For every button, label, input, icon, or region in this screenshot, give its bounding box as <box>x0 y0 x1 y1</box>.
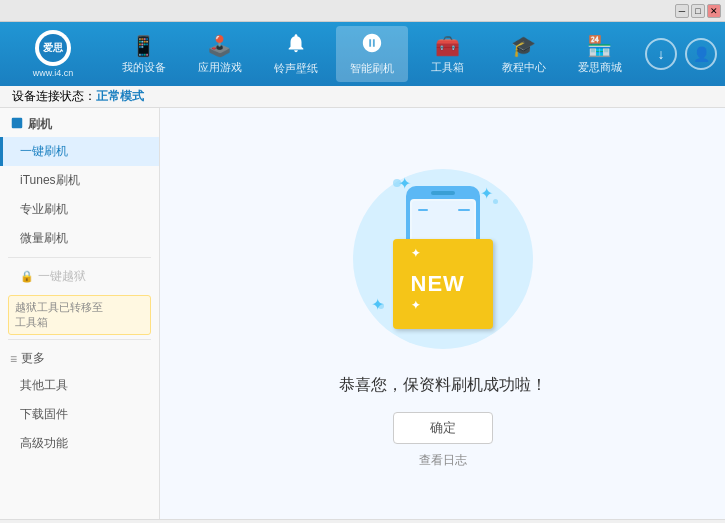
jailbreak-note-text: 越狱工具已转移至工具箱 <box>15 301 103 328</box>
confirm-btn[interactable]: 确定 <box>393 412 493 444</box>
store-icon: 🏪 <box>587 34 612 58</box>
svg-rect-6 <box>418 209 428 211</box>
jailbreak-note: 越狱工具已转移至工具箱 <box>8 295 151 335</box>
nav-smart-flash-label: 智能刷机 <box>350 61 394 76</box>
sidebar-itunes-flash[interactable]: iTunes刷机 <box>0 166 159 195</box>
nav-store[interactable]: 🏪 爱思商城 <box>564 26 636 82</box>
confirm-btn-label: 确定 <box>430 419 456 437</box>
jailbreak-label: 一键越狱 <box>38 268 86 285</box>
success-title: 恭喜您，保资料刷机成功啦！ <box>339 375 547 396</box>
sidebar-jailbreak-disabled: 🔒 一键越狱 <box>0 262 159 291</box>
svg-rect-7 <box>458 209 470 211</box>
lock-icon: 🔒 <box>20 270 34 283</box>
nav-tools-label: 工具箱 <box>431 60 464 75</box>
title-bar: ─ □ ✕ <box>0 0 725 22</box>
nav-apps-games[interactable]: 🕹️ 应用游戏 <box>184 26 256 82</box>
dot-2 <box>493 199 498 204</box>
micro-flash-label: 微量刷机 <box>20 231 68 245</box>
download-btn[interactable]: ↓ <box>645 38 677 70</box>
connection-label: 设备连接状态： <box>12 88 96 105</box>
nav-smart-flash[interactable]: 智能刷机 <box>336 26 408 82</box>
maximize-btn[interactable]: □ <box>691 4 705 18</box>
nav-my-device[interactable]: 📱 我的设备 <box>108 26 180 82</box>
advanced-label: 高级功能 <box>20 436 68 450</box>
logo-circle: 爱思 <box>35 30 71 66</box>
sidebar-divider-1 <box>8 257 151 258</box>
sidebar-download-firmware[interactable]: 下载固件 <box>0 400 159 429</box>
more-header-icon: ≡ <box>10 352 17 366</box>
itunes-flash-label: iTunes刷机 <box>20 173 80 187</box>
new-banner: ✦ NEW ✦ <box>393 239 493 329</box>
smart-flash-icon <box>361 32 383 59</box>
nav-right: ↓ 👤 <box>645 38 717 70</box>
sidebar-more-label: 更多 <box>21 350 45 367</box>
nav-tutorials-label: 教程中心 <box>502 60 546 75</box>
logo-text: www.i4.cn <box>33 68 74 78</box>
nav-ringtones-label: 铃声壁纸 <box>274 61 318 76</box>
sidebar-one-key-flash[interactable]: 一键刷机 <box>0 137 159 166</box>
other-tools-label: 其他工具 <box>20 378 68 392</box>
nav-tools[interactable]: 🧰 工具箱 <box>412 26 484 82</box>
download-firmware-label: 下载固件 <box>20 407 68 421</box>
sidebar-pro-flash[interactable]: 专业刷机 <box>0 195 159 224</box>
nav-items: 📱 我的设备 🕹️ 应用游戏 铃声壁纸 智能刷机 🧰 工具箱 🎓 教程中心 <box>98 26 645 82</box>
close-btn[interactable]: ✕ <box>707 4 721 18</box>
nav-tutorials[interactable]: 🎓 教程中心 <box>488 26 560 82</box>
nav-my-device-label: 我的设备 <box>122 60 166 75</box>
apps-icon: 🕹️ <box>207 34 232 58</box>
flash-header-icon <box>10 116 24 133</box>
nav-bar: 爱思 www.i4.cn 📱 我的设备 🕹️ 应用游戏 铃声壁纸 智能刷机 🧰 … <box>0 22 725 86</box>
user-btn[interactable]: 👤 <box>685 38 717 70</box>
sidebar-micro-flash[interactable]: 微量刷机 <box>0 224 159 253</box>
pro-flash-label: 专业刷机 <box>20 202 68 216</box>
logo-inner: 爱思 <box>39 34 67 62</box>
finish-link[interactable]: 查看日志 <box>419 452 467 469</box>
ringtone-icon <box>285 32 307 59</box>
svg-rect-3 <box>431 191 455 195</box>
nav-ringtones[interactable]: 铃声壁纸 <box>260 26 332 82</box>
main-container: 刷机 一键刷机 iTunes刷机 专业刷机 微量刷机 🔒 一键越狱 越狱工具已转… <box>0 108 725 519</box>
new-badge-text: NEW <box>411 271 465 296</box>
content-area: ✦ ✦ ✦ ✦ NEW ✦ <box>160 108 725 519</box>
sparkle-1: ✦ <box>398 174 411 193</box>
sidebar-advanced[interactable]: 高级功能 <box>0 429 159 458</box>
sidebar-divider-2 <box>8 339 151 340</box>
connection-status-bar: 设备连接状态： 正常模式 <box>0 86 725 108</box>
logo: 爱思 www.i4.cn <box>8 30 98 78</box>
connection-value: 正常模式 <box>96 88 144 105</box>
svg-rect-0 <box>12 118 23 129</box>
sidebar-flash-header: 刷机 <box>0 108 159 137</box>
sparkle-2: ✦ <box>480 184 493 203</box>
bottom-panel: 自动激活 跳过向导 📱 iPhone 12 mini 64GB Down-12m… <box>0 519 725 523</box>
nav-apps-label: 应用游戏 <box>198 60 242 75</box>
sidebar-more-header: ≡ 更多 <box>0 344 159 371</box>
one-key-flash-label: 一键刷机 <box>20 144 68 158</box>
sidebar-flash-label: 刷机 <box>28 116 52 133</box>
my-device-icon: 📱 <box>131 34 156 58</box>
sparkle-3: ✦ <box>371 295 384 314</box>
nav-store-label: 爱思商城 <box>578 60 622 75</box>
sidebar-other-tools[interactable]: 其他工具 <box>0 371 159 400</box>
tools-icon: 🧰 <box>435 34 460 58</box>
tutorials-icon: 🎓 <box>511 34 536 58</box>
sidebar: 刷机 一键刷机 iTunes刷机 专业刷机 微量刷机 🔒 一键越狱 越狱工具已转… <box>0 108 160 519</box>
minimize-btn[interactable]: ─ <box>675 4 689 18</box>
success-illustration: ✦ ✦ ✦ ✦ NEW ✦ <box>343 159 543 359</box>
